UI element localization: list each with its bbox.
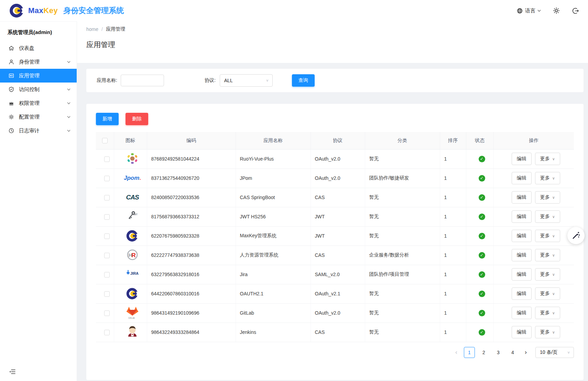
- cas-app-icon: CAS: [124, 190, 140, 205]
- app-sort-cell: 1: [440, 284, 466, 303]
- delete-button[interactable]: 删除: [126, 113, 148, 125]
- row-checkbox[interactable]: [104, 311, 110, 316]
- protocol-label: 协议:: [205, 77, 216, 84]
- more-button[interactable]: 更多∨: [535, 326, 560, 338]
- protocol-select[interactable]: ALL ∨: [220, 74, 273, 87]
- row-checkbox[interactable]: [104, 272, 110, 277]
- pagination-page-3[interactable]: 3: [493, 347, 504, 358]
- chevron-down-icon: ∨: [552, 272, 555, 277]
- more-button-label: 更多: [540, 194, 550, 200]
- app-protocol-cell: JWT: [311, 226, 365, 246]
- app-status-cell: ✓: [466, 303, 493, 323]
- column-header-category: 分类: [365, 132, 440, 149]
- app-code-cell: 876892492581044224: [147, 149, 236, 168]
- select-all-checkbox[interactable]: [102, 138, 108, 143]
- app-header: MaxKey 身份安全管理系统 语言: [0, 0, 588, 21]
- more-button[interactable]: 更多∨: [535, 230, 560, 242]
- app-protocol-cell: CAS: [311, 246, 365, 265]
- column-header-name: 应用名称: [236, 132, 311, 149]
- maxkey-app-icon: [124, 286, 140, 301]
- edit-button[interactable]: 编辑: [512, 326, 532, 338]
- page-size-select[interactable]: 10 条/页 ∨: [535, 347, 574, 358]
- app-status-cell: ✓: [466, 265, 493, 284]
- table-row: GitLab 986431492190109696 GitLab OAuth_v…: [96, 303, 574, 323]
- edit-button[interactable]: 编辑: [512, 230, 532, 242]
- app-action-cell: 编辑 更多∨: [493, 323, 574, 342]
- table-row: 876892492581044224 RuoYi-Vue-Plus OAuth_…: [96, 149, 574, 168]
- sidebar-item-access-control[interactable]: 访问控制: [0, 83, 77, 96]
- row-select-cell: [96, 226, 114, 246]
- pagination-next-icon[interactable]: ›: [522, 349, 530, 356]
- pagination-page-4[interactable]: 4: [507, 347, 518, 358]
- edit-button[interactable]: 编辑: [512, 249, 532, 261]
- more-button[interactable]: 更多∨: [535, 172, 560, 184]
- row-checkbox[interactable]: [104, 176, 110, 181]
- row-checkbox[interactable]: [104, 214, 110, 220]
- more-button[interactable]: 更多∨: [535, 307, 560, 319]
- floating-assistant-button[interactable]: [567, 227, 585, 244]
- sidebar-item-permissions[interactable]: 权限管理: [0, 96, 77, 110]
- more-button[interactable]: 更多∨: [535, 268, 560, 281]
- language-menu[interactable]: 语言: [516, 8, 541, 14]
- status-enabled-icon: ✓: [479, 233, 485, 239]
- edit-button[interactable]: 编辑: [512, 191, 532, 204]
- chevron-down-icon: ∨: [552, 176, 555, 181]
- app-action-cell: 编辑 更多∨: [493, 188, 574, 207]
- sidebar-item-dashboard[interactable]: 仪表盘: [0, 41, 77, 55]
- pagination: ‹ 1 2 3 4 › 10 条/页 ∨: [96, 347, 574, 358]
- settings-icon[interactable]: [553, 7, 560, 14]
- app-status-cell: ✓: [466, 168, 493, 188]
- pagination-prev-icon[interactable]: ‹: [452, 349, 460, 356]
- table-toolbar: 新增 删除: [96, 113, 574, 125]
- app-sort-cell: 1: [440, 265, 466, 284]
- row-checkbox[interactable]: [104, 253, 110, 258]
- more-button[interactable]: 更多∨: [535, 287, 560, 300]
- edit-button[interactable]: 编辑: [512, 307, 532, 319]
- app-name-cell: CAS SpringBoot: [236, 188, 311, 207]
- edit-button[interactable]: 编辑: [512, 287, 532, 300]
- row-checkbox[interactable]: [104, 233, 110, 239]
- apps-icon: [8, 73, 14, 79]
- sidebar-item-configuration[interactable]: 配置管理: [0, 110, 77, 124]
- more-button-label: 更多: [540, 310, 550, 316]
- more-button[interactable]: 更多∨: [535, 210, 560, 223]
- app-sort-cell: 1: [440, 303, 466, 323]
- breadcrumb-home[interactable]: home: [86, 26, 98, 32]
- row-checkbox[interactable]: [104, 291, 110, 297]
- app-code-cell: 986431492190109696: [147, 303, 236, 323]
- sidebar-item-audit-log[interactable]: 日志审计: [0, 124, 77, 138]
- status-enabled-icon: ✓: [479, 156, 485, 162]
- more-button[interactable]: 更多∨: [535, 249, 560, 261]
- sidebar-item-applications[interactable]: 应用管理: [0, 69, 77, 83]
- app-name-cell: OAUTH2.1: [236, 284, 311, 303]
- jira-app-icon: JIRA: [124, 267, 140, 281]
- svg-text:GitLab: GitLab: [128, 317, 135, 319]
- row-checkbox[interactable]: [104, 330, 110, 335]
- edit-button[interactable]: 编辑: [512, 153, 532, 165]
- more-button-label: 更多: [540, 175, 550, 181]
- edit-button[interactable]: 编辑: [512, 210, 532, 223]
- sidebar-item-identity[interactable]: 身份管理: [0, 55, 77, 69]
- more-button[interactable]: 更多∨: [535, 191, 560, 204]
- row-checkbox[interactable]: [104, 156, 110, 162]
- app-status-cell: ✓: [466, 323, 493, 342]
- more-button-label: 更多: [540, 214, 550, 220]
- app-name-input[interactable]: [121, 75, 164, 86]
- more-button[interactable]: 更多∨: [535, 153, 560, 165]
- menu-fold-icon[interactable]: [9, 368, 16, 376]
- search-button[interactable]: 查询: [292, 74, 315, 87]
- app-status-cell: ✓: [466, 226, 493, 246]
- status-enabled-icon: ✓: [479, 329, 485, 336]
- add-button[interactable]: 新增: [96, 113, 119, 125]
- table-row: CAS 824008507220033536 CAS SpringBoot CA…: [96, 188, 574, 207]
- logout-icon[interactable]: [572, 7, 579, 14]
- edit-button[interactable]: 编辑: [512, 268, 532, 281]
- row-checkbox[interactable]: [104, 195, 110, 200]
- language-label: 语言: [525, 8, 535, 14]
- chevron-down-icon: ∨: [552, 330, 555, 335]
- table-row: HR 622227747938373638 人力资源管理系统 CAS 企业服务/…: [96, 246, 574, 265]
- pagination-page-1[interactable]: 1: [464, 347, 475, 358]
- edit-button[interactable]: 编辑: [512, 172, 532, 184]
- pagination-page-2[interactable]: 2: [478, 347, 489, 358]
- page-size-value: 10 条/页: [540, 349, 567, 356]
